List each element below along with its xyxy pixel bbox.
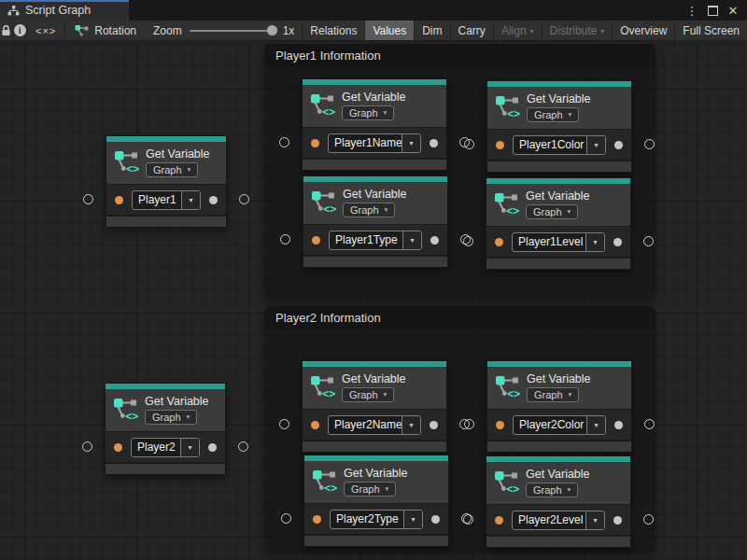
window-menu-icon[interactable]: ⋮ [684,2,700,19]
node-title: Get Variable [526,189,590,203]
relations-button[interactable]: Relations [303,21,365,40]
input-port[interactable] [279,137,289,147]
value-output-port[interactable] [209,196,218,204]
input-port[interactable] [463,514,473,525]
chevron-down-icon[interactable]: ▾ [181,191,200,209]
overview-button[interactable]: Overview [613,21,675,40]
value-input-port[interactable] [115,196,123,204]
chevron-down-icon[interactable]: ▾ [586,136,605,154]
variable-dropdown[interactable]: Player1Color ▾ [513,135,606,155]
output-port[interactable] [643,236,654,246]
chevron-down-icon[interactable]: ▾ [180,439,199,456]
get-variable-node-player2type[interactable]: <> Get Variable Graph▾ Player2Type ▾ [303,455,449,547]
input-port[interactable] [82,441,92,452]
graph-kind-dropdown[interactable]: Graph▾ [526,483,578,497]
get-variable-icon: <> [311,190,336,214]
graph-kind-dropdown[interactable]: Graph▾ [526,204,578,219]
info-button[interactable]: i [13,21,26,40]
value-output-port[interactable] [208,443,217,452]
chevron-down-icon[interactable]: ▾ [586,416,605,434]
graph-kind-dropdown[interactable]: Graph▾ [146,162,198,177]
value-input-port[interactable] [114,443,122,452]
values-button[interactable]: Values [365,21,415,40]
value-output-port[interactable] [614,141,623,149]
output-port[interactable] [239,194,249,204]
chevron-down-icon[interactable]: ▾ [585,511,604,529]
chevron-down-icon[interactable]: ▾ [402,416,420,434]
value-output-port[interactable] [431,515,440,524]
value-input-port[interactable] [496,141,504,149]
chevron-down-icon[interactable]: ▾ [585,233,604,251]
get-variable-node-player1[interactable]: <> Get Variable Graph▾ Player1 ▾ [106,135,227,228]
rotation-control[interactable]: Rotation [65,21,146,40]
chevron-down-icon[interactable]: ▾ [402,231,421,249]
lock-button[interactable] [0,21,13,40]
input-port[interactable] [280,234,290,245]
graph-kind-dropdown[interactable]: Graph▾ [145,410,197,425]
graph-kind-dropdown[interactable]: Graph▾ [527,107,579,122]
input-port[interactable] [279,419,289,429]
output-port[interactable] [644,139,655,149]
input-port[interactable] [464,139,474,149]
value-input-port[interactable] [312,236,320,245]
value-output-port[interactable] [614,421,623,429]
graph-kind-dropdown[interactable]: Graph▾ [344,482,396,497]
value-output-port[interactable] [430,236,439,245]
dim-button[interactable]: Dim [415,21,450,40]
variable-dropdown[interactable]: Player2Level ▾ [512,511,605,530]
value-output-port[interactable] [430,421,438,429]
variable-dropdown[interactable]: Player2Name ▾ [328,415,421,435]
input-port[interactable] [83,194,93,204]
group-header[interactable]: Player1 Information [264,44,655,67]
zoom-slider[interactable] [190,30,275,32]
variable-dropdown[interactable]: Player1Type ▾ [329,231,422,250]
get-variable-node-player1level[interactable]: <> Get Variable Graph▾ Player1Level ▾ [486,177,631,270]
value-output-port[interactable] [430,139,438,147]
input-port[interactable] [464,419,474,429]
chevron-down-icon[interactable]: ▾ [402,134,420,152]
chevron-down-icon: ▾ [569,390,572,399]
graph-kind-dropdown[interactable]: Graph▾ [342,387,394,402]
get-variable-node-player1color[interactable]: <> Get Variable Graph▾ Player1Color ▾ [486,80,632,173]
zoom-slider-handle[interactable] [267,25,277,35]
chevron-down-icon[interactable]: ▾ [403,511,422,528]
variable-dropdown[interactable]: Player1 ▾ [132,190,201,210]
variable-dropdown[interactable]: Player2Color ▾ [513,415,606,435]
value-input-port[interactable] [495,238,503,246]
fullscreen-button[interactable]: Full Screen [675,21,747,40]
graph-kind-dropdown[interactable]: Graph▾ [343,203,395,217]
variable-dropdown[interactable]: Player2 ▾ [131,438,200,457]
get-variable-node-player2level[interactable]: <> Get Variable Graph▾ Player2Level ▾ [486,455,631,548]
input-port[interactable] [463,236,473,246]
graph-canvas[interactable]: Player1 Information Player2 Information … [0,41,747,560]
value-output-port[interactable] [613,238,622,246]
variable-dropdown[interactable]: Player1Level ▾ [512,232,605,252]
value-input-port[interactable] [311,421,319,429]
input-port[interactable] [281,513,291,524]
get-variable-node-player2name[interactable]: <> Get Variable Graph▾ Player2Name ▾ [302,360,447,453]
get-variable-node-player2color[interactable]: <> Get Variable Graph▾ Player2Color ▾ [486,360,632,453]
get-variable-node-player2[interactable]: <> Get Variable Graph▾ Player2 ▾ [105,383,226,475]
close-icon[interactable]: ✕ [725,2,741,19]
node-footer [106,462,225,474]
graph-kind-dropdown[interactable]: Graph▾ [342,105,394,120]
code-preview-button[interactable]: <×> [27,21,65,40]
output-port[interactable] [238,441,248,452]
graph-kind-dropdown[interactable]: Graph▾ [527,387,579,402]
value-output-port[interactable] [613,516,622,525]
tab-script-graph[interactable]: Script Graph [0,0,129,21]
group-header[interactable]: Player2 Information [264,306,655,329]
get-variable-node-player1name[interactable]: <> Get Variable Graph▾ Player1Name ▾ [302,78,447,171]
value-input-port[interactable] [495,516,503,525]
output-port[interactable] [644,419,655,429]
variable-dropdown[interactable]: Player1Name ▾ [328,133,421,153]
get-variable-node-player1type[interactable]: <> Get Variable Graph▾ Player1Type ▾ [303,175,448,268]
variable-dropdown[interactable]: Player2Type ▾ [330,510,423,529]
value-input-port[interactable] [496,421,504,429]
maximize-icon[interactable] [704,2,721,19]
output-port[interactable] [643,514,654,525]
value-input-port[interactable] [311,139,319,147]
value-input-port[interactable] [313,515,321,524]
group-title: Player2 Information [275,311,381,325]
carry-button[interactable]: Carry [451,21,494,40]
